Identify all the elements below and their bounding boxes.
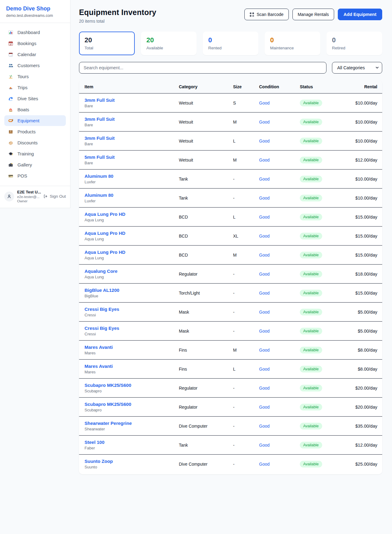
rental-cell: $20.00/day [337,405,377,410]
sidebar-item-calendar[interactable]: Calendar [4,49,66,60]
scan-barcode-button[interactable]: Scan Barcode [244,9,289,20]
condition-link[interactable]: Good [259,101,300,105]
status-badge: Available [300,271,322,277]
item-name-link[interactable]: BigBlue AL1200 [85,288,179,293]
category-select[interactable]: All Categories [332,62,382,74]
sidebar-item-bookings[interactable]: 17Bookings [4,38,66,49]
rental-cell: $10.00/day [337,196,377,200]
condition-link[interactable]: Good [259,367,300,372]
item-name-link[interactable]: 5mm Full Suit [85,154,179,160]
add-equipment-button[interactable]: Add Equipment [338,9,382,20]
condition-link[interactable]: Good [259,405,300,410]
table-header-row: Item Category Size Condition Status Rent… [79,80,382,93]
sidebar-item-gallery[interactable]: Gallery [4,159,66,170]
item-name-link[interactable]: Steel 100 [85,440,179,445]
item-cell: Mares AvantiMares [85,345,179,355]
condition-link[interactable]: Good [259,386,300,391]
item-name-link[interactable]: Scubapro MK25/S600 [85,402,179,407]
stat-card-maintenance[interactable]: 0Maintenance [265,32,320,55]
category-cell: Regulator [179,386,233,391]
sign-out-icon [43,194,48,199]
stat-card-total[interactable]: 20Total [79,32,135,55]
sidebar-item-pos[interactable]: POS [4,170,66,181]
manage-rentals-button[interactable]: Manage Rentals [292,9,334,20]
size-cell: L [233,367,259,372]
condition-link[interactable]: Good [259,158,300,162]
users-icon [8,63,13,68]
condition-link[interactable]: Good [259,310,300,315]
rental-cell: $5.00/day [337,310,377,315]
sidebar-item-training[interactable]: Training [4,148,66,159]
item-name-link[interactable]: 3mm Full Suit [85,116,179,122]
item-name-link[interactable]: Cressi Big Eyes [85,326,179,331]
condition-link[interactable]: Good [259,215,300,219]
item-cell: BigBlue AL1200BigBlue [85,288,179,298]
item-name-link[interactable]: Aqua Lung Pro HD [85,250,179,255]
sidebar-item-tours[interactable]: Tours [4,71,66,82]
sidebar-item-customers[interactable]: Customers [4,60,66,71]
table-row: Aqua Lung Pro HDAqua LungBCDLGoodAvailab… [79,207,382,226]
sidebar-item-boats[interactable]: Boats [4,104,66,115]
search-input[interactable] [79,62,326,74]
condition-link[interactable]: Good [259,177,300,181]
condition-link[interactable]: Good [259,329,300,334]
col-header-size: Size [233,84,259,89]
item-cell: Aluminum 80Luxfer [85,174,179,184]
col-header-item: Item [85,84,179,89]
condition-link[interactable]: Good [259,196,300,200]
condition-link[interactable]: Good [259,424,300,429]
header-actions: Scan Barcode Manage Rentals Add Equipmen… [244,9,382,20]
item-name-link[interactable]: Shearwater Peregrine [85,421,179,426]
stat-label: Rented [208,46,253,50]
sidebar-item-discounts[interactable]: Discounts [4,137,66,148]
item-name-link[interactable]: 3mm Full Suit [85,135,179,141]
size-cell: - [233,462,259,467]
condition-link[interactable]: Good [259,234,300,238]
size-cell: M [233,348,259,353]
condition-link[interactable]: Good [259,291,300,296]
sidebar-item-dashboard[interactable]: Dashboard [4,27,66,38]
category-cell: Regulator [179,272,233,277]
condition-link[interactable]: Good [259,348,300,353]
brand-block: Demo Dive Shop demo.test.divestreams.com [0,0,70,23]
stat-card-rented[interactable]: 0Rented [203,32,258,55]
condition-link[interactable]: Good [259,272,300,277]
page-title: Equipment Inventory [79,8,156,17]
item-name-link[interactable]: Aqua Lung Pro HD [85,212,179,217]
status-cell: Available [300,176,337,182]
item-name-link[interactable]: Aluminum 80 [85,174,179,179]
item-name-link[interactable]: Suunto Zoop [85,459,179,464]
status-cell: Available [300,214,337,220]
condition-link[interactable]: Good [259,253,300,257]
item-name-link[interactable]: Aluminum 80 [85,193,179,198]
sidebar-item-trips[interactable]: Trips [4,82,66,93]
table-row: 3mm Full SuitBareWetsuitMGoodAvailable$1… [79,112,382,131]
item-name-link[interactable]: Mares Avanti [85,364,179,369]
category-cell: Dive Computer [179,424,233,429]
condition-link[interactable]: Good [259,443,300,448]
item-name-link[interactable]: Aqualung Core [85,269,179,274]
stat-card-available[interactable]: 20Available [141,32,197,55]
item-name-link[interactable]: Scubapro MK25/S600 [85,383,179,388]
table-row: Aqualung CoreAqua LungRegulator-GoodAvai… [79,264,382,283]
item-cell: Steel 100Faber [85,440,179,450]
sidebar-item-equipment[interactable]: Equipment [4,115,66,126]
category-cell: Mask [179,329,233,334]
sidebar-item-products[interactable]: Products [4,126,66,137]
condition-link[interactable]: Good [259,139,300,143]
calendar-icon [8,52,13,57]
sign-out-button[interactable]: Sign Out [43,194,66,199]
item-name-link[interactable]: Cressi Big Eyes [85,307,179,312]
item-name-link[interactable]: 3mm Full Suit [85,97,179,103]
size-cell: - [233,443,259,448]
item-name-link[interactable]: Aqua Lung Pro HD [85,231,179,236]
item-brand: Aqua Lung [85,256,179,260]
stat-card-retired[interactable]: 0Retired [326,32,382,55]
condition-link[interactable]: Good [259,120,300,124]
item-name-link[interactable]: Mares Avanti [85,345,179,350]
condition-link[interactable]: Good [259,462,300,467]
category-select-wrap: All Categories [332,62,382,74]
rental-cell: $5.00/day [337,329,377,334]
barcode-scan-icon [250,12,254,17]
sidebar-item-dive-sites[interactable]: Dive Sites [4,93,66,104]
